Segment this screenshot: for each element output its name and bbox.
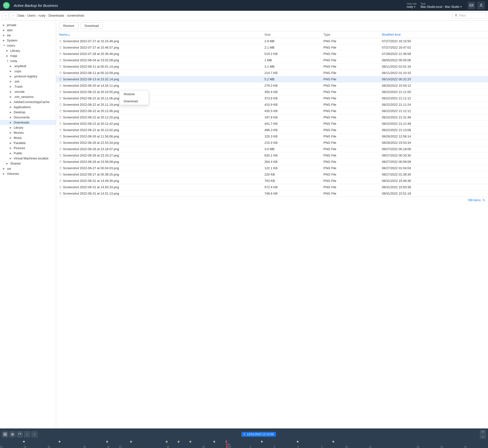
table-row[interactable]: 🗒Screenshot 2022-08-26 at 22.53.34.png 2… bbox=[56, 140, 488, 146]
table-row[interactable]: 🗒Screenshot 2022-07-28 at 20.36.48.png 5… bbox=[56, 51, 488, 57]
user-icon[interactable] bbox=[477, 1, 485, 9]
table-row[interactable]: 🗒Screenshot 2022-08-31 at 14.50.33.png 5… bbox=[56, 184, 488, 190]
table-row[interactable]: 🗒Screenshot 2022-08-22 at 20.12.06.png 4… bbox=[56, 108, 488, 114]
file-type-cell: PNG File bbox=[321, 127, 379, 133]
sidebar-item-applications[interactable]: ▶Applications bbox=[0, 104, 56, 110]
sidebar-item-.cups[interactable]: ▶.cups bbox=[0, 69, 56, 74]
sidebar-item-.anydesk[interactable]: ▶.anydesk bbox=[0, 63, 56, 69]
backup-dot[interactable] bbox=[297, 441, 299, 443]
sidebar-label: Applications bbox=[14, 105, 31, 109]
sidebar-item-maja[interactable]: ▶maja bbox=[0, 53, 56, 58]
table-row[interactable]: 🗒Screenshot 2022-07-27 at 15.46.57.png 2… bbox=[56, 44, 488, 51]
sidebar-item-.ssh[interactable]: ▶.ssh bbox=[0, 79, 56, 84]
col-type[interactable]: Type bbox=[321, 31, 379, 38]
table-row[interactable]: 🗒Screenshot 2022-08-27 at 00.38.25.png 2… bbox=[56, 171, 488, 178]
timeline-count: 2 bbox=[244, 433, 245, 436]
refresh-icon[interactable]: ↻ bbox=[483, 198, 485, 202]
timeline-prev-icon[interactable]: ‹ bbox=[24, 431, 30, 438]
table-row[interactable]: 🗒Screenshot 2022-08-31 at 14.49.30.png 7… bbox=[56, 178, 488, 184]
backup-arrow[interactable]: ▼ bbox=[189, 440, 192, 444]
sidebar-item-music[interactable]: ▶Music bbox=[0, 135, 56, 140]
col-size[interactable]: Size bbox=[262, 31, 321, 38]
backup-arrow[interactable]: ▼ bbox=[177, 440, 180, 444]
context-menu-download[interactable]: Download bbox=[120, 98, 149, 105]
sidebar-item-movies[interactable]: ▶Movies bbox=[0, 130, 56, 135]
filter-box[interactable]: Filter bbox=[452, 12, 486, 19]
table-row[interactable]: 🗒Screenshot 2022-08-26 at 23.58.08.png 2… bbox=[56, 159, 488, 165]
sidebar-item-desktop[interactable]: ▶Desktop bbox=[0, 110, 56, 115]
timeline-grid-icon[interactable] bbox=[2, 431, 8, 438]
timeline-next-icon[interactable]: › bbox=[31, 431, 38, 438]
forward-button[interactable]: › bbox=[10, 12, 17, 19]
col-modified[interactable]: Modified time bbox=[379, 31, 488, 38]
table-row[interactable]: 🗒Screenshot 2022-08-11 at 00.10.09.png 2… bbox=[56, 70, 488, 76]
table-row[interactable]: 🗒Screenshot 2022-08-04 at 23.02.09.png 1… bbox=[56, 57, 488, 63]
table-row[interactable]: 🗒Screenshot 2022-08-26 at 23.18.07.png 3… bbox=[56, 146, 488, 152]
table-row[interactable]: 🗒Screenshot 2022-08-13 at 23.32.14.png 5… bbox=[56, 76, 488, 83]
restore-button[interactable]: Restore bbox=[59, 22, 79, 29]
sidebar-item-pictures[interactable]: ▶Pictures bbox=[0, 146, 56, 151]
col-name[interactable]: Name ▴ bbox=[56, 31, 262, 38]
backup-arrow[interactable]: ▼ bbox=[165, 440, 168, 444]
table-row[interactable]: 🗒Screenshot 2022-07-27 at 15.15.48.png 2… bbox=[56, 38, 488, 44]
sidebar-item-documents[interactable]: ▶Documents bbox=[0, 115, 56, 120]
sidebar-item-sbin[interactable]: ▶sbin bbox=[0, 28, 56, 33]
backup-dot[interactable] bbox=[332, 441, 334, 443]
backup-dot[interactable] bbox=[59, 441, 61, 443]
sidebar-item-system[interactable]: ▶System bbox=[0, 38, 56, 43]
sidebar-item-users[interactable]: ▼Users bbox=[0, 43, 56, 48]
backup-dot[interactable] bbox=[23, 441, 25, 443]
download-button[interactable]: Download bbox=[81, 22, 103, 29]
timeline-tick bbox=[60, 447, 60, 448]
sidebar-label: .vscode bbox=[14, 90, 25, 94]
table-row[interactable]: 🗒Screenshot 2022-08-27 at 00.04.03.png 1… bbox=[56, 165, 488, 171]
sidebar-item-library[interactable]: ▶Library bbox=[0, 48, 56, 53]
sidebar-item-volumes[interactable]: ▶Volumes bbox=[0, 171, 56, 176]
table-row[interactable]: 🗒Screenshot 2022-08-26 at 11.56.08.png 1… bbox=[56, 133, 488, 140]
timeline-refresh-icon[interactable] bbox=[17, 431, 23, 438]
sidebar-arrow: ▶ bbox=[10, 136, 13, 139]
app-title: Active Backup for Business bbox=[14, 3, 403, 8]
breadcrumb-data: Data bbox=[18, 14, 24, 17]
zoom-out-button[interactable]: − bbox=[480, 435, 486, 439]
sidebar-item-shared[interactable]: ▶Shared bbox=[0, 161, 56, 166]
sidebar-item-rusty[interactable]: ▼rusty bbox=[0, 58, 56, 63]
view-role-chevron[interactable]: ▾ bbox=[414, 5, 415, 8]
sidebar-item-.protocol-registry[interactable]: ▶.protocol-registry bbox=[0, 74, 56, 79]
item-count: 596 items bbox=[468, 198, 481, 202]
table-row[interactable]: 🗒Screenshot 2022-08-31 at 14.51.13.png 7… bbox=[56, 190, 488, 197]
backup-dot[interactable] bbox=[261, 441, 263, 443]
zoom-in-button[interactable]: + bbox=[480, 430, 486, 434]
sidebar-item-public[interactable]: ▶Public bbox=[0, 151, 56, 156]
table-row[interactable]: 🗒Screenshot 2022-08-11 at 00.01.14.png 3… bbox=[56, 63, 488, 70]
backup-arrow[interactable]: ▼ bbox=[213, 440, 216, 444]
context-menu-restore[interactable]: Restore bbox=[120, 91, 149, 98]
table-row[interactable]: 🗒Screenshot 2022-08-26 at 23.33.27.png 6… bbox=[56, 152, 488, 159]
sidebar-item-.zsh_sessions[interactable]: ▶.zsh_sessions bbox=[0, 94, 56, 99]
back-button[interactable]: ‹ bbox=[2, 12, 9, 19]
task-chevron[interactable]: ▾ bbox=[460, 5, 462, 8]
sidebar-item-downloads[interactable]: ▶Downloads bbox=[0, 120, 56, 125]
svg-marker-3 bbox=[455, 14, 457, 17]
sidebar-item-private[interactable]: ▶private bbox=[0, 22, 56, 28]
table-row[interactable]: 🗒Screenshot 2022-08-22 at 20.12.20.png 1… bbox=[56, 114, 488, 121]
sidebar-item-virtual-machines.localize[interactable]: ▶Virtual Machines.localize bbox=[0, 156, 56, 161]
file-icon: 🗒 bbox=[59, 128, 62, 132]
file-icon: 🗒 bbox=[59, 135, 62, 138]
sidebar-item-.vscode[interactable]: ▶.vscode bbox=[0, 89, 56, 94]
backup-arrow[interactable]: ▼ bbox=[130, 440, 132, 444]
backup-arrow[interactable]: ▼ bbox=[106, 440, 109, 444]
table-row[interactable]: 🗒Screenshot 2022-08-20 at 14.54.11.png 2… bbox=[56, 83, 488, 89]
sidebar-item-adobeconnectappcache[interactable]: ▶AdobeConnectAppCache bbox=[0, 99, 56, 104]
sidebar-item-parallels[interactable]: ▶Parallels bbox=[0, 140, 56, 146]
file-size-cell: 373.8 KB bbox=[262, 95, 321, 102]
timeline-circle-icon[interactable] bbox=[9, 431, 16, 438]
svg-rect-1 bbox=[470, 4, 473, 7]
table-row[interactable]: 🗒Screenshot 2022-08-22 at 20.12.42.png 4… bbox=[56, 121, 488, 127]
notifications-icon[interactable] bbox=[468, 1, 475, 9]
sidebar-item-sw[interactable]: ▶sw bbox=[0, 33, 56, 38]
sidebar-item-.trash[interactable]: ▶.Trash bbox=[0, 84, 56, 89]
table-row[interactable]: 🗒Screenshot 2022-08-22 at 20.13.02.png 4… bbox=[56, 127, 488, 133]
sidebar-item-library[interactable]: ▶Library bbox=[0, 125, 56, 130]
sidebar-item-usr[interactable]: ▶usr bbox=[0, 166, 56, 171]
